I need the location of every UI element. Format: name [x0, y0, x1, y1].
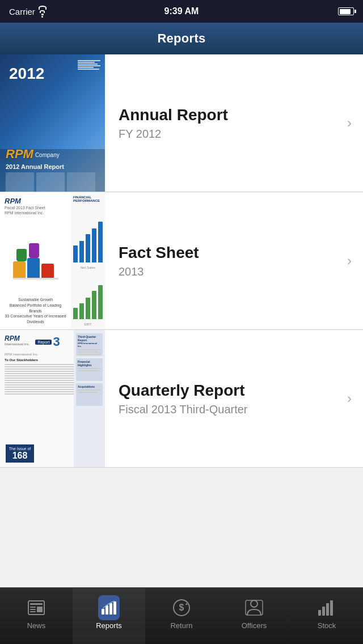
annual-chevron: ›	[347, 115, 352, 131]
battery-icon	[338, 7, 354, 15]
officers-icon	[244, 598, 264, 618]
carrier-label: Carrier	[9, 7, 35, 16]
tab-news-label: News	[27, 621, 46, 630]
svg-rect-8	[109, 603, 112, 615]
report-item-factsheet[interactable]: RPM Fiscal 2013 Fact SheetRPM Internatio…	[0, 192, 363, 330]
svg-rect-3	[30, 609, 36, 610]
tab-reports[interactable]: Reports	[73, 588, 145, 644]
annual-name: Annual Report	[119, 105, 228, 125]
svg-rect-15	[322, 607, 325, 616]
svg-rect-6	[102, 609, 104, 615]
svg-rect-2	[30, 607, 36, 608]
tab-stock-label: Stock	[318, 621, 336, 630]
annual-info: Annual Report FY 2012 ›	[105, 54, 363, 192]
svg-rect-17	[330, 600, 333, 616]
status-bar-time: 9:39 AM	[164, 6, 199, 16]
barcode	[78, 60, 100, 70]
svg-rect-16	[326, 603, 329, 616]
empty-space	[0, 468, 363, 558]
quarterly-chevron: ›	[347, 391, 352, 406]
tab-officers-label: Officers	[242, 621, 267, 630]
return-icon: $	[171, 598, 192, 618]
status-bar-right	[338, 7, 354, 15]
stock-icon	[316, 598, 337, 618]
report-item-annual[interactable]: 2012 RPM Company 2012 Annual Report	[0, 54, 363, 192]
svg-rect-14	[318, 610, 321, 616]
report-list: 2012 RPM Company 2012 Annual Report	[0, 54, 363, 468]
factsheet-name: Fact Sheet	[119, 243, 199, 262]
page-header: Reports	[0, 23, 363, 54]
annual-subtitle: FY 2012	[119, 128, 228, 141]
quarterly-subtitle: Fiscal 2013 Third-Quarter	[119, 403, 248, 416]
status-bar-left: Carrier	[9, 6, 47, 18]
tab-reports-label: Reports	[96, 621, 122, 630]
factsheet-thumbnail: RPM Fiscal 2013 Fact SheetRPM Internatio…	[0, 192, 105, 329]
annual-thumbnail: 2012 RPM Company 2012 Annual Report	[0, 54, 105, 192]
tab-return[interactable]: $ Return	[145, 588, 218, 644]
quarterly-name: Quarterly Report	[119, 381, 248, 400]
svg-rect-1	[30, 603, 43, 605]
page-title: Reports	[157, 31, 205, 46]
reports-icon	[99, 598, 119, 618]
news-icon	[26, 598, 47, 618]
tab-news[interactable]: News	[0, 588, 73, 644]
svg-rect-5	[37, 607, 43, 612]
status-bar: Carrier 9:39 AM	[0, 0, 363, 23]
svg-rect-9	[113, 601, 116, 615]
svg-rect-7	[105, 605, 108, 615]
tab-stock[interactable]: Stock	[290, 588, 363, 644]
page-number: The Issue of 168	[6, 444, 34, 463]
wifi-icon	[39, 6, 47, 18]
factsheet-subtitle: 2013	[119, 265, 199, 278]
tab-bar: News Reports $ Return	[0, 587, 363, 644]
svg-point-12	[251, 600, 258, 607]
svg-rect-4	[30, 611, 36, 612]
factsheet-chevron: ›	[347, 253, 352, 269]
tab-officers[interactable]: Officers	[218, 588, 290, 644]
tab-return-label: Return	[170, 621, 192, 630]
report-item-quarterly[interactable]: RPM International Inc. Report 3 RPM Inte…	[0, 330, 363, 468]
quarterly-info: Quarterly Report Fiscal 2013 Third-Quart…	[105, 330, 363, 467]
quarterly-thumbnail: RPM International Inc. Report 3 RPM Inte…	[0, 330, 105, 467]
factsheet-info: Fact Sheet 2013 ›	[105, 192, 363, 329]
svg-text:$: $	[179, 603, 184, 612]
annual-bottom-strip: RPM Company 2012 Annual Report	[0, 149, 105, 192]
annual-year: 2012	[9, 65, 44, 83]
